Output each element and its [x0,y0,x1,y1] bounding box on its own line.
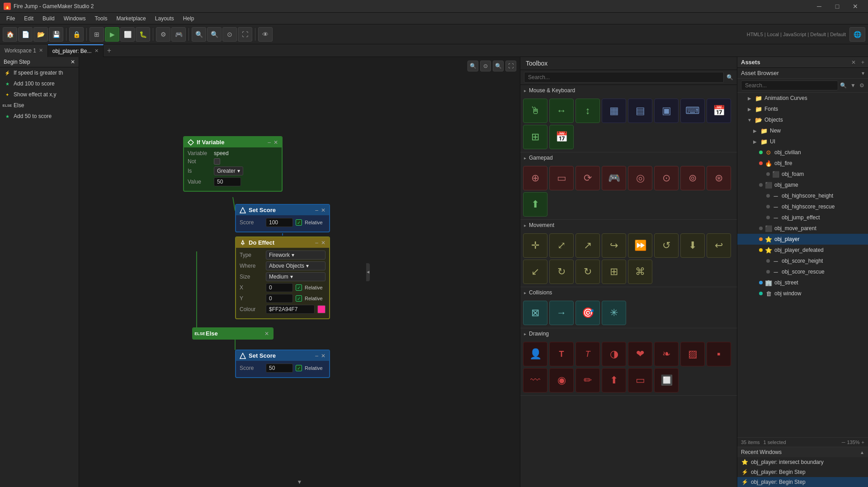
zoom-plus[interactable]: + [862,440,864,445]
tab-workspace1-close[interactable]: ✕ [39,47,43,53]
tree-ui[interactable]: ▶ 📁 UI [737,136,868,147]
tool-mouse-2[interactable]: ↔ [549,99,574,123]
x-input[interactable]: 0 [266,283,293,292]
menu-help[interactable]: Help [179,13,199,24]
else-close[interactable]: ✕ [264,331,269,337]
tool-keyboard-2[interactable]: ▤ [628,99,652,123]
menu-marketplace[interactable]: Marketplace [112,13,150,24]
canvas-collapse-handle[interactable]: ◀ [366,263,370,281]
size-dropdown[interactable]: Medium ▾ [266,272,326,281]
value-input[interactable]: 50 [214,177,241,186]
tree-obj-move-parent[interactable]: ⬛ obj_move_parent [737,223,868,234]
menu-file[interactable]: File [2,13,19,24]
tool-dr-14[interactable]: 🔲 [654,368,679,392]
section-gamepad-header[interactable]: ▸ Gamepad [520,152,737,163]
tool-gp-7[interactable]: ⊚ [680,166,705,190]
set-score-2-minimize[interactable]: – [315,353,318,359]
if-variable-close[interactable]: ✕ [274,139,278,146]
do-effect-minimize[interactable]: – [315,240,318,246]
tool-mv-4[interactable]: ↪ [602,233,626,258]
tree-obj-jump-effect[interactable]: ─ obj_jump_effect [737,212,868,223]
objects-arrow[interactable]: ▼ [746,117,753,123]
tool-dr-11[interactable]: ✏ [576,368,600,392]
menu-build[interactable]: Build [38,13,59,24]
toolbar-debug[interactable]: 🐛 [136,27,150,42]
colour-swatch[interactable] [317,305,326,313]
tree-obj-fire[interactable]: 🔥 obj_fire [737,158,868,169]
recent-intersect[interactable]: ⭐ obj_player: intersect boundary [737,457,868,467]
tab-add-button[interactable]: + [104,44,115,57]
recent-windows-header[interactable]: Recent Windows ▲ [737,447,868,457]
tool-mv-9[interactable]: ↙ [523,260,547,284]
tool-dr-6[interactable]: ❧ [654,342,679,366]
event-add-score2[interactable]: ★ Add 50 to score [0,111,79,122]
toolbox-search-input[interactable] [524,72,724,83]
tool-gp-9[interactable]: ⬆ [523,192,547,217]
tree-animation-curves[interactable]: ▶ 📁 Animation Curves [737,93,868,104]
toolbar-stop[interactable]: ⬜ [120,27,135,42]
tree-fonts[interactable]: ▶ 📁 Fonts [737,104,868,114]
set-score-1-block[interactable]: Set Score – ✕ Score 100 ✓ Relative [235,204,330,232]
tool-mv-10[interactable]: ↻ [549,260,574,284]
tool-dr-1[interactable]: 👤 [523,342,547,366]
tool-mv-1[interactable]: ✛ [523,233,547,258]
toolbar-new[interactable]: 📄 [18,27,33,42]
tool-gp-1[interactable]: ⊕ [523,166,547,190]
tab-workspace1[interactable]: Workspace 1 ✕ [0,44,48,57]
tree-obj-player[interactable]: ⭐ obj_player [737,234,868,245]
zoom-in-btn[interactable]: 🔍 [493,61,504,71]
toolbar-zoom-in[interactable]: 🔍 [192,27,206,42]
event-add-score[interactable]: ★ Add 100 to score [0,78,79,89]
tool-dr-13[interactable]: ▭ [628,368,652,392]
tool-gp-5[interactable]: ◎ [628,166,652,190]
tool-col-3[interactable]: 🎯 [576,301,600,325]
asset-search-input[interactable] [741,80,838,90]
section-drawing-header[interactable]: ▸ Drawing [520,328,737,339]
tree-obj-highscore-height[interactable]: ─ obj_highscore_height [737,190,868,201]
tree-obj-game[interactable]: ⬛ obj_game [737,180,868,190]
section-collisions-header[interactable]: ▸ Collisions [520,287,737,298]
section-mouse-keyboard-header[interactable]: ▸ Mouse & Keyboard [520,85,737,96]
recent-beginstep-1[interactable]: ⚡ obj_player: Begin Step [737,467,868,477]
tree-new[interactable]: ▶ 📁 New [737,125,868,136]
section-movement-header[interactable]: ▸ Movement [520,220,737,231]
tool-mv-11[interactable]: ↻ [576,260,600,284]
set-score-2-close[interactable]: ✕ [321,353,326,359]
type-dropdown[interactable]: Firework ▾ [266,251,326,260]
tree-obj-player-defeated[interactable]: ⭐ obj_player_defeated [737,245,868,255]
canvas-area[interactable]: 🔍 ⊙ 🔍 ⛶ If Variable – ✕ [79,57,520,487]
tool-dr-2[interactable]: T [549,342,574,366]
do-effect-close[interactable]: ✕ [321,240,326,246]
score-1-relative-cb[interactable]: ✓ [296,219,302,226]
tool-gp-4[interactable]: 🎮 [602,166,626,190]
recent-beginstep-2[interactable]: ⚡ obj_player: Begin Step [737,477,868,487]
tool-dr-9[interactable]: 〰 [523,368,547,392]
tool-mouse-5[interactable]: 📅 [549,125,574,149]
tool-keyboard-3[interactable]: ▣ [654,99,679,123]
toolbar-open[interactable]: 📂 [33,27,48,42]
zoom-reset-btn[interactable]: ⊙ [480,61,491,71]
tool-mouse-3[interactable]: ↕ [576,99,600,123]
tree-obj-civilian[interactable]: ⚙ obj_civilian [737,147,868,158]
assets-close-btn[interactable]: ✕ [851,59,856,66]
tool-col-2[interactable]: → [549,301,574,325]
tool-keyboard-1[interactable]: ▦ [602,99,626,123]
if-variable-block[interactable]: If Variable – ✕ Variable speed Not Is Gr… [183,136,283,192]
event-if-speed[interactable]: ⚡ If speed is greater th [0,67,79,78]
tree-obj-score-height[interactable]: ─ obj_score_height [737,255,868,266]
tab-objplayer[interactable]: obj_player: Be... ✕ [48,44,104,57]
colour-input[interactable]: $FF2A94F7 [266,305,315,314]
tool-gp-2[interactable]: ▭ [549,166,574,190]
asset-tree[interactable]: ▶ 📁 Animation Curves ▶ 📁 Fonts ▼ 📂 Objec… [737,93,868,437]
toolbar-settings[interactable]: ⚙ [156,27,170,42]
tool-keyboard-4[interactable]: ⌨ [680,99,705,123]
menu-windows[interactable]: Windows [59,13,90,24]
tool-mv-12[interactable]: ⊞ [602,260,626,284]
toolbar-remote[interactable]: 🌐 [849,27,865,42]
x-relative-cb[interactable]: ✓ [296,284,302,291]
animation-curves-arrow[interactable]: ▶ [746,95,753,101]
tool-dr-8[interactable]: ▪ [707,342,731,366]
set-score-2-block[interactable]: Set Score – ✕ Score 50 ✓ Relative [235,350,330,378]
toolbar-home[interactable]: 🏠 [3,27,17,42]
event-show-effect[interactable]: ✦ Show effect at x,y [0,89,79,100]
